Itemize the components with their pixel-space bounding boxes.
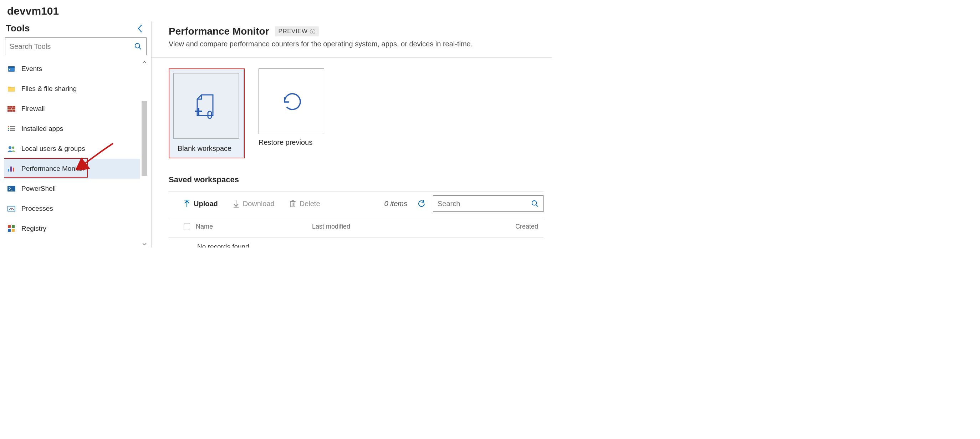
refresh-button[interactable] <box>417 199 426 208</box>
workspaces-toolbar: Upload Download Delete 0 items <box>169 192 544 216</box>
svg-point-46 <box>532 201 537 205</box>
upload-icon <box>184 200 190 208</box>
sidebar-item-powershell[interactable]: PowerShell <box>4 179 140 199</box>
download-icon <box>233 200 239 208</box>
sidebar-item-processes[interactable]: Processes <box>4 199 140 219</box>
trash-icon <box>290 200 296 208</box>
delete-button[interactable]: Delete <box>290 200 320 208</box>
workspaces-search-input[interactable] <box>438 200 531 208</box>
svg-rect-14 <box>8 126 9 127</box>
sidebar-item-registry[interactable]: Registry <box>4 219 140 239</box>
sidebar-item-label: Files & file sharing <box>21 85 77 93</box>
chart-icon <box>6 164 16 174</box>
card-label: Blank workspace <box>173 145 239 153</box>
tools-search-input[interactable] <box>10 43 134 51</box>
refresh-icon <box>417 199 426 208</box>
download-button[interactable]: Download <box>233 200 275 208</box>
column-created[interactable]: Created <box>437 223 544 231</box>
svg-rect-23 <box>10 167 12 172</box>
preview-badge: PREVIEW i <box>275 26 319 37</box>
sidebar-item-installed-apps[interactable]: Installed apps <box>4 119 140 139</box>
main-title: Performance Monitor <box>169 25 269 37</box>
table-empty-message: No records found <box>169 238 544 248</box>
terminal-icon <box>6 184 16 194</box>
column-name[interactable]: Name <box>196 223 213 231</box>
search-icon <box>531 200 539 208</box>
table-header: Name Last modified Created <box>169 220 544 235</box>
search-icon <box>134 43 142 50</box>
sidebar: Tools Events <box>0 21 151 248</box>
sidebar-item-label: Firewall <box>21 105 45 113</box>
sidebar-item-label: Performance Monitor <box>21 165 84 173</box>
svg-rect-24 <box>13 168 14 172</box>
sidebar-item-label: Registry <box>21 225 46 232</box>
tools-list: Events Files & file sharing Firewall <box>4 59 140 239</box>
svg-rect-3 <box>8 66 14 68</box>
sidebar-item-label: Installed apps <box>21 125 63 133</box>
item-count: 0 items <box>385 200 407 208</box>
scrollbar-thumb[interactable] <box>142 101 147 176</box>
svg-rect-16 <box>8 128 9 129</box>
main-content: Performance Monitor PREVIEW i View and c… <box>151 21 552 248</box>
card-blank-workspace[interactable]: Blank workspace <box>169 68 243 157</box>
saved-workspaces-heading: Saved workspaces <box>169 175 544 185</box>
svg-rect-32 <box>8 229 11 232</box>
sidebar-item-local-users[interactable]: Local users & groups <box>4 139 140 159</box>
page-title: devvm101 <box>0 0 552 21</box>
svg-line-47 <box>536 205 538 207</box>
tools-scrollbar[interactable] <box>141 59 148 248</box>
sidebar-item-label: PowerShell <box>21 185 56 192</box>
sidebar-item-events[interactable]: Events <box>4 59 140 79</box>
svg-rect-25 <box>8 186 15 191</box>
svg-rect-33 <box>12 229 14 232</box>
grid-icon <box>6 224 16 234</box>
svg-rect-30 <box>8 225 11 228</box>
svg-point-0 <box>135 43 140 48</box>
users-icon <box>6 144 16 154</box>
svg-rect-41 <box>291 202 295 207</box>
sidebar-item-files[interactable]: Files & file sharing <box>4 79 140 99</box>
svg-rect-31 <box>12 225 14 228</box>
svg-point-20 <box>8 146 11 149</box>
svg-rect-15 <box>10 126 15 127</box>
sidebar-item-firewall[interactable]: Firewall <box>4 99 140 119</box>
svg-rect-5 <box>8 88 15 92</box>
svg-rect-17 <box>10 128 15 129</box>
scroll-up-icon[interactable] <box>142 59 146 65</box>
svg-rect-4 <box>9 69 10 70</box>
svg-rect-36 <box>208 111 212 118</box>
card-restore-previous[interactable]: Restore previous <box>259 68 333 157</box>
svg-line-1 <box>139 48 141 49</box>
gauge-icon <box>6 204 16 214</box>
upload-button[interactable]: Upload <box>184 200 218 208</box>
tools-search-box[interactable] <box>5 37 146 55</box>
column-last-modified[interactable]: Last modified <box>312 223 437 231</box>
folder-icon <box>6 84 16 94</box>
sidebar-heading: Tools <box>6 23 30 34</box>
collapse-sidebar-button[interactable] <box>135 24 145 33</box>
svg-point-21 <box>12 146 14 149</box>
sidebar-item-label: Processes <box>21 205 53 213</box>
divider <box>151 57 552 58</box>
svg-rect-18 <box>8 130 9 131</box>
restore-icon <box>277 87 305 115</box>
svg-rect-22 <box>8 169 9 172</box>
chevron-left-icon <box>137 24 142 33</box>
firewall-icon <box>6 104 16 114</box>
card-label: Restore previous <box>259 138 333 146</box>
sidebar-item-performance-monitor[interactable]: Performance Monitor <box>4 159 140 179</box>
info-icon[interactable]: i <box>310 29 315 34</box>
calendar-icon <box>6 64 16 74</box>
select-all-checkbox[interactable] <box>184 224 190 230</box>
workspaces-search-box[interactable] <box>433 196 544 212</box>
list-icon <box>6 124 16 134</box>
scroll-down-icon[interactable] <box>142 241 146 248</box>
svg-rect-19 <box>10 130 15 131</box>
main-subtitle: View and compare performance counters fo… <box>169 40 544 48</box>
new-document-icon <box>191 91 221 121</box>
sidebar-item-label: Local users & groups <box>21 145 85 153</box>
sidebar-item-label: Events <box>21 65 42 73</box>
